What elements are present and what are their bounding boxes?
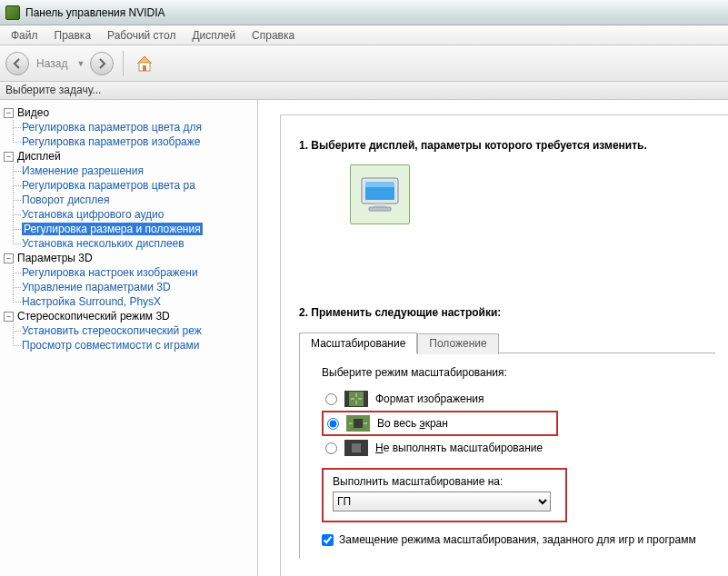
menu-file[interactable]: Файл xyxy=(4,27,45,44)
tree-item-stereo-setup[interactable]: Установить стереоскопический реж xyxy=(13,323,257,338)
svg-rect-1 xyxy=(143,65,146,71)
back-dropdown-icon[interactable]: ▼ xyxy=(75,59,86,68)
override-checkbox-row[interactable]: Замещение режима масштабирования, заданн… xyxy=(322,533,703,546)
tab-position[interactable]: Положение xyxy=(417,333,498,354)
toolbar-separator xyxy=(123,51,124,76)
home-button[interactable] xyxy=(133,52,156,75)
display-selector[interactable] xyxy=(350,164,410,224)
back-label: Назад xyxy=(33,57,71,70)
tree-item-rotate[interactable]: Поворот дисплея xyxy=(13,193,257,207)
menu-desktop[interactable]: Рабочий стол xyxy=(100,27,183,44)
tree-item-multi-display[interactable]: Установка нескольких дисплеев xyxy=(13,236,257,251)
tree-group-video[interactable]: − Видео xyxy=(4,105,257,120)
forward-button[interactable] xyxy=(90,52,114,75)
tree-group-display[interactable]: − Дисплей xyxy=(4,149,257,164)
back-button[interactable] xyxy=(5,52,29,75)
perform-scaling-block: Выполнить масштабирование на: ГП xyxy=(322,468,567,522)
tree-item-video-image[interactable]: Регулировка параметров изображе xyxy=(13,134,257,149)
tree-item-stereo-compat[interactable]: Просмотр совместимости с играми xyxy=(13,338,257,353)
svg-rect-5 xyxy=(374,204,385,207)
radio-no-scaling[interactable]: Не выполнять масштабирование xyxy=(322,437,703,459)
scaling-mode-label: Выберите режим масштабирования: xyxy=(322,366,703,379)
radio-aspect-label: Формат изображения xyxy=(375,392,484,405)
menu-display[interactable]: Дисплей xyxy=(184,27,243,44)
aspect-icon xyxy=(344,391,368,407)
tree-item-size-position[interactable]: Регулировка размера и положения xyxy=(13,222,257,236)
radio-aspect-input[interactable] xyxy=(325,393,337,405)
menu-help[interactable]: Справка xyxy=(244,27,302,44)
radio-fullscreen[interactable]: Во весь экран xyxy=(322,411,558,436)
radio-fullscreen-label: Во весь экран xyxy=(377,417,448,430)
radio-fullscreen-input[interactable] xyxy=(327,418,339,430)
svg-rect-6 xyxy=(369,207,391,211)
content-pane: 1. Выберите дисплей, параметры которого … xyxy=(258,100,728,576)
tree-item-desktop-color[interactable]: Регулировка параметров цвета ра xyxy=(13,178,257,193)
tree-item-3d-manage[interactable]: Управление параметрами 3D xyxy=(13,280,257,294)
step1-heading: 1. Выберите дисплей, параметры которого … xyxy=(299,139,715,152)
tree-item-video-color[interactable]: Регулировка параметров цвета для xyxy=(13,120,257,134)
tab-panel-scaling: Выберите режим масштабирования: Формат и… xyxy=(299,353,715,559)
override-label: Замещение режима масштабирования, заданн… xyxy=(339,533,696,546)
tab-scaling[interactable]: Масштабирование xyxy=(299,333,417,353)
fullscreen-icon xyxy=(346,415,370,432)
sidebar-tree: − Видео Регулировка параметров цвета для… xyxy=(0,100,258,576)
tree-item-surround[interactable]: Настройка Surround, PhysX xyxy=(13,294,257,309)
toolbar: Назад ▼ xyxy=(0,45,728,82)
svg-rect-10 xyxy=(354,419,363,428)
svg-rect-4 xyxy=(365,182,394,187)
menu-edit[interactable]: Правка xyxy=(47,27,99,44)
menubar: Файл Правка Рабочий стол Дисплей Справка xyxy=(0,25,728,45)
tree-item-digital-audio[interactable]: Установка цифрового аудио xyxy=(13,207,257,222)
tree-group-stereo[interactable]: − Стереоскопический режим 3D xyxy=(4,309,257,323)
svg-rect-12 xyxy=(352,443,361,452)
radio-noscale-label: Не выполнять масштабирование xyxy=(375,442,543,454)
titlebar: Панель управления NVIDIA xyxy=(0,0,728,25)
tree-group-3d[interactable]: − Параметры 3D xyxy=(4,251,257,265)
task-prompt: Выберите задачу... xyxy=(0,82,728,100)
tree-item-3d-image[interactable]: Регулировка настроек изображени xyxy=(13,265,257,280)
nvidia-app-icon xyxy=(5,5,20,20)
step2-heading: 2. Применить следующие настройки: xyxy=(299,306,715,319)
override-checkbox[interactable] xyxy=(322,534,334,546)
perform-on-label: Выполнить масштабирование на: xyxy=(333,475,556,488)
radio-aspect-ratio[interactable]: Формат изображения xyxy=(322,388,703,410)
noscale-icon xyxy=(344,440,368,456)
window-title: Панель управления NVIDIA xyxy=(25,6,165,19)
tabstrip: Масштабирование Положение xyxy=(299,332,715,353)
tree-item-resolution[interactable]: Изменение разрешения xyxy=(13,164,257,178)
radio-noscale-input[interactable] xyxy=(325,442,337,454)
perform-on-select[interactable]: ГП xyxy=(333,492,551,511)
